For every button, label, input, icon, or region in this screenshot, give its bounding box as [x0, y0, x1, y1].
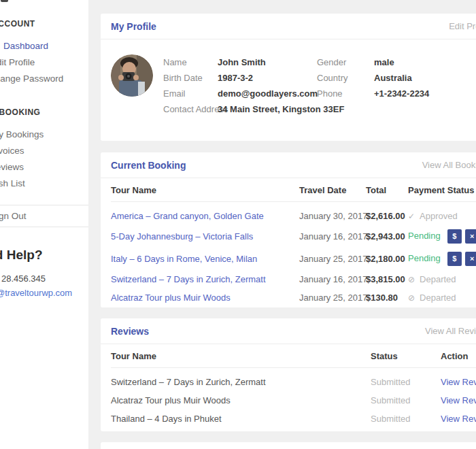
- col-status: Status: [371, 344, 441, 368]
- profile-body: Name John Smith Gender male Birth Date 1…: [101, 39, 476, 117]
- current-booking-title: Current Booking: [111, 160, 186, 171]
- col-tour-name: Tour Name: [111, 344, 371, 368]
- booking-row: America – Grand canyon, Golden Gate Janu…: [111, 202, 476, 226]
- review-tour-name: Thailand – 4 Days in Phuket: [111, 410, 371, 428]
- reviews-title: Reviews: [111, 326, 149, 337]
- sidebar-item-reviews[interactable]: Reviews: [0, 159, 88, 176]
- review-status: Submitted: [371, 410, 441, 428]
- bookings-header-row: Tour Name Travel Date Total Payment Stat…: [111, 178, 476, 202]
- account-nav: Dashboard Edit Profile Change Password: [0, 38, 88, 87]
- field-label-birth-date: Birth Date: [163, 70, 218, 86]
- profile-card-header: My Profile Edit Profile: [101, 14, 476, 39]
- booking-row: Switzerland – 7 Days in Zurich, Zermatt …: [111, 270, 476, 288]
- sidebar-item-change-password[interactable]: Change Password: [0, 71, 88, 87]
- departed-icon: ⊘: [408, 293, 415, 303]
- tour-link[interactable]: Alcatraz Tour plus Muir Woods: [111, 293, 231, 303]
- reviews-table: Tour Name Status Action Switzerland – 7 …: [111, 344, 476, 428]
- field-label-contact-address: Contact Address: [163, 101, 218, 117]
- col-total: Total: [366, 178, 408, 202]
- field-value-contact-address: 34 Main Street, Kingston 33EF: [218, 101, 317, 117]
- reviews-card: Reviews View All Reviews Tour Name Statu…: [101, 318, 476, 431]
- tour-link[interactable]: 5-Day Johannesburg – Victoria Falls: [111, 231, 253, 242]
- account-sidebar: MY ACCOUNT Dashboard Edit Profile Change…: [0, 0, 88, 449]
- sign-out-link[interactable]: Sign Out: [0, 205, 88, 227]
- review-status: Submitted: [371, 391, 441, 410]
- view-review-link[interactable]: View Review: [441, 395, 476, 405]
- avatar: [111, 54, 153, 97]
- sidebar-section-my-account: MY ACCOUNT: [0, 19, 88, 29]
- sidebar-item-invoices[interactable]: Invoices: [0, 143, 88, 159]
- divider: [0, 227, 88, 227]
- review-row: Switzerland – 7 Days in Zurich, Zermatt …: [111, 368, 476, 392]
- cancel-booking-button[interactable]: ×: [465, 229, 476, 244]
- field-label-country: Country: [317, 70, 374, 86]
- help-phone: 28.456.345: [1, 273, 88, 284]
- booking-total: $2,943.00: [366, 225, 408, 248]
- field-value-phone: +1-2342-2234: [374, 86, 476, 101]
- current-booking-header: Current Booking View All Bookings: [101, 152, 476, 178]
- next-card-top-edge: [101, 442, 476, 449]
- pay-button[interactable]: $: [447, 229, 462, 244]
- review-status: Submitted: [371, 368, 441, 392]
- col-tour-name: Tour Name: [111, 178, 299, 202]
- tour-link[interactable]: Switzerland – 7 Days in Zurich, Zermatt: [111, 274, 266, 284]
- review-row: Thailand – 4 Days in Phuket Submitted Vi…: [111, 410, 476, 428]
- booking-nav: My Bookings Invoices Reviews Wish List: [0, 127, 88, 192]
- booking-row: Alcatraz Tour plus Muir Woods January 25…: [111, 288, 476, 307]
- field-value-name: John Smith: [218, 54, 317, 70]
- current-booking-card: Current Booking View All Bookings Tour N…: [101, 152, 476, 307]
- review-tour-name: Switzerland – 7 Days in Zurich, Zermatt: [111, 368, 371, 392]
- field-value-gender: male: [374, 54, 476, 70]
- field-label-email: Email: [163, 86, 218, 101]
- booking-total: $130.80: [366, 288, 408, 307]
- bookings-table: Tour Name Travel Date Total Payment Stat…: [111, 178, 476, 307]
- avatar-image: [111, 54, 153, 97]
- travel-date: January 16, 2017: [299, 225, 366, 248]
- departed-icon: ⊘: [408, 275, 415, 284]
- need-help-heading: Need Help?: [0, 248, 88, 263]
- edit-profile-link[interactable]: Edit Profile: [449, 21, 476, 31]
- status-departed: Departed: [420, 274, 456, 284]
- profile-fields: Name John Smith Gender male Birth Date 1…: [163, 54, 476, 117]
- clipped-edge-artifact: [1, 0, 8, 2]
- status-departed: Departed: [420, 293, 456, 303]
- booking-total: $3,815.00: [366, 270, 408, 288]
- travel-date: January 16, 2017: [299, 270, 366, 288]
- sidebar-section-my-booking: MY BOOKING: [0, 107, 88, 117]
- tour-link[interactable]: America – Grand canyon, Golden Gate: [111, 211, 264, 221]
- dashboard-page: MY ACCOUNT Dashboard Edit Profile Change…: [0, 0, 476, 449]
- field-value-email: demo@goodlayers.com: [218, 86, 317, 101]
- booking-total: $2,616.00: [366, 202, 408, 226]
- sidebar-item-my-bookings[interactable]: My Bookings: [0, 127, 88, 143]
- booking-total: $2,180.00: [366, 248, 408, 270]
- tour-link[interactable]: Italy – 6 Days in Rome, Venice, Milan: [111, 254, 257, 264]
- field-label-gender: Gender: [317, 54, 374, 70]
- travel-date: January 25, 2017: [299, 288, 366, 307]
- sidebar-item-dashboard[interactable]: Dashboard: [3, 38, 88, 54]
- cancel-booking-button[interactable]: ×: [465, 252, 476, 266]
- dashboard-main: My Profile Edit Profile: [101, 0, 476, 449]
- help-email-link[interactable]: @traveltourwp.com: [0, 288, 88, 298]
- view-review-link[interactable]: View Review: [441, 377, 476, 387]
- booking-row: 5-Day Johannesburg – Victoria Falls Janu…: [111, 225, 476, 248]
- view-review-link[interactable]: View Review: [441, 414, 476, 424]
- pay-button[interactable]: $: [447, 252, 462, 266]
- view-all-reviews-link[interactable]: View All Reviews: [425, 326, 476, 336]
- field-label-phone: Phone: [317, 86, 374, 101]
- reviews-header: Reviews View All Reviews: [101, 318, 476, 344]
- reviews-header-row: Tour Name Status Action: [111, 344, 476, 368]
- profile-title: My Profile: [111, 21, 156, 32]
- field-label-name: Name: [163, 54, 218, 70]
- travel-date: January 25, 2017: [299, 248, 366, 270]
- sidebar-item-edit-profile[interactable]: Edit Profile: [0, 54, 88, 71]
- check-icon: ✓: [408, 212, 415, 221]
- sidebar-item-wish-list[interactable]: Wish List: [0, 176, 88, 192]
- field-value-birth-date: 1987-3-2: [218, 70, 317, 86]
- view-all-bookings-link[interactable]: View All Bookings: [422, 160, 476, 170]
- status-approved: Approved: [420, 211, 458, 221]
- travel-date: January 30, 2017: [299, 202, 366, 226]
- review-row: Alcatraz Tour plus Muir Woods Submitted …: [111, 391, 476, 410]
- profile-card: My Profile Edit Profile: [101, 14, 476, 141]
- field-value-country: Australia: [374, 70, 476, 86]
- col-travel-date: Travel Date: [299, 178, 366, 202]
